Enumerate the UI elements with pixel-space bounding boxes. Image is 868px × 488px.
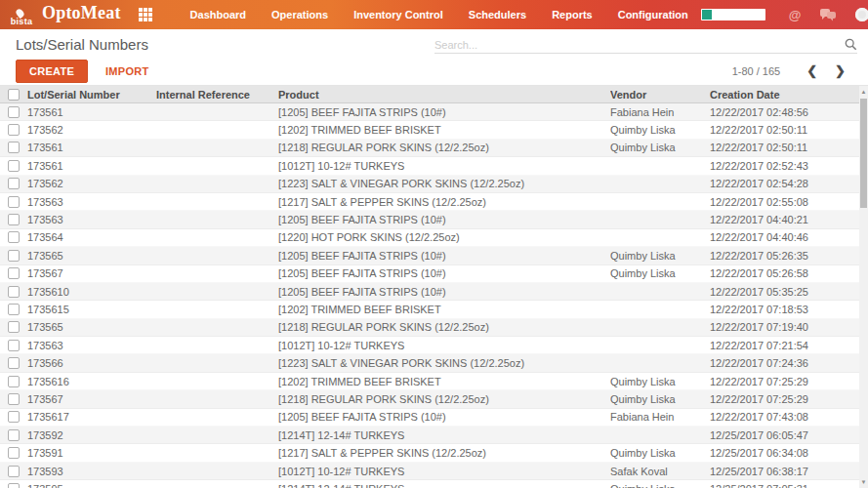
table-row[interactable]: 173563 [1217] SALT & PEPPER SKINS (12/2.… <box>0 193 868 211</box>
row-checkbox[interactable] <box>8 483 20 488</box>
table-row[interactable]: 1735616 [1202] TRIMMED BEEF BRISKET Quim… <box>0 373 868 390</box>
row-checkbox-cell <box>0 231 27 243</box>
row-checkbox-cell <box>0 106 27 118</box>
app-window: bista OptoMeat Dashboard Operations Inve… <box>0 0 868 488</box>
table-row[interactable]: 173564 [1220] HOT PORK SKINS (12/2.25oz)… <box>0 229 868 247</box>
table-row[interactable]: 173595 [1214T] 12-14# TURKEYS Quimby Lis… <box>0 480 868 488</box>
cell-product: [1202] TRIMMED BEEF BRISKET <box>278 304 610 315</box>
row-checkbox[interactable] <box>8 286 20 298</box>
pager-prev-icon[interactable]: ❮ <box>798 64 826 78</box>
cell-creation-date: 12/22/2017 07:25:29 <box>710 393 868 405</box>
cell-product: [1214T] 12-14# TURKEYS <box>278 483 610 488</box>
scrollbar-up-icon[interactable]: ▲ <box>859 86 868 98</box>
row-checkbox[interactable] <box>8 357 20 369</box>
table-row[interactable]: 173561 [1012T] 10-12# TURKEYS 12/22/2017… <box>0 157 868 175</box>
create-button[interactable]: CREATE <box>16 60 88 83</box>
row-checkbox[interactable] <box>8 178 20 189</box>
header-product[interactable]: Product <box>278 89 610 101</box>
table-row[interactable]: 1735610 [1205] BEEF FAJITA STRIPS (10#) … <box>0 283 868 301</box>
header-vendor[interactable]: Vendor <box>610 89 710 101</box>
brand[interactable]: bista OptoMeat <box>7 3 121 26</box>
search-box <box>434 36 857 54</box>
table-row[interactable]: 173592 [1214T] 12-14# TURKEYS 12/25/2017… <box>0 427 868 444</box>
row-checkbox[interactable] <box>8 142 20 153</box>
row-checkbox-cell <box>0 250 27 262</box>
row-checkbox-cell <box>0 376 27 387</box>
menu-item-inventory-control[interactable]: Inventory Control <box>341 0 456 29</box>
app-title: OptoMeat <box>42 3 121 23</box>
menu-item-configuration[interactable]: Configuration <box>605 0 701 29</box>
row-checkbox[interactable] <box>8 106 20 118</box>
header-internal-reference[interactable]: Internal Reference <box>156 89 278 101</box>
row-checkbox-cell <box>0 321 27 333</box>
cell-product: [1012T] 10-12# TURKEYS <box>278 340 610 351</box>
mentions-at-icon[interactable]: @ <box>789 8 802 22</box>
row-checkbox[interactable] <box>8 466 20 477</box>
cell-product: [1218] REGULAR PORK SKINS (12/2.25oz) <box>278 393 610 405</box>
table-row[interactable]: 173567 [1205] BEEF FAJITA STRIPS (10#) Q… <box>0 265 868 283</box>
apps-grid-icon[interactable] <box>139 8 152 21</box>
table-row[interactable]: 173591 [1217] SALT & PEPPER SKINS (12/2.… <box>0 444 868 462</box>
row-checkbox[interactable] <box>8 304 20 315</box>
row-checkbox[interactable] <box>8 411 20 423</box>
scrollbar-thumb[interactable] <box>860 99 867 208</box>
cell-lot-serial: 173562 <box>27 124 156 136</box>
row-checkbox[interactable] <box>8 393 20 405</box>
row-checkbox[interactable] <box>8 250 20 262</box>
table-row[interactable]: 173562 [1202] TRIMMED BEEF BRISKET Quimb… <box>0 121 868 139</box>
menu-item-schedulers[interactable]: Schedulers <box>456 0 539 29</box>
cell-vendor: Quimby Liska <box>610 376 710 387</box>
table-row[interactable]: 173563 [1012T] 10-12# TURKEYS 12/22/2017… <box>0 337 868 354</box>
search-icon[interactable] <box>845 38 857 51</box>
pager-next-icon[interactable]: ❯ <box>826 64 854 78</box>
table-row[interactable]: 173566 [1223] SALT & VINEGAR PORK SKINS … <box>0 354 868 372</box>
table-row[interactable]: 1735617 [1205] BEEF FAJITA STRIPS (10#) … <box>0 409 868 427</box>
table-row[interactable]: 1735615 [1202] TRIMMED BEEF BRISKET 12/2… <box>0 301 868 318</box>
row-checkbox[interactable] <box>8 340 20 351</box>
row-checkbox[interactable] <box>8 429 20 441</box>
table-row[interactable]: 173565 [1218] REGULAR PORK SKINS (12/2.2… <box>0 319 868 337</box>
table-row[interactable]: 173565 [1205] BEEF FAJITA STRIPS (10#) Q… <box>0 247 868 264</box>
row-checkbox[interactable] <box>8 447 20 459</box>
top-navbar: bista OptoMeat Dashboard Operations Inve… <box>0 0 868 29</box>
cell-product: [1205] BEEF FAJITA STRIPS (10#) <box>278 106 610 118</box>
menu-item-operations[interactable]: Operations <box>259 0 341 29</box>
table-row[interactable]: 173561 [1218] REGULAR PORK SKINS (12/2.2… <box>0 140 868 157</box>
row-checkbox[interactable] <box>8 124 20 136</box>
cell-lot-serial: 173565 <box>27 321 156 333</box>
row-checkbox[interactable] <box>8 376 20 387</box>
cell-creation-date: 12/25/2017 06:34:08 <box>710 447 868 459</box>
messages-chat-icon[interactable] <box>820 9 836 21</box>
cell-creation-date: 12/22/2017 07:43:08 <box>710 411 868 423</box>
scrollbar-down-icon[interactable]: ▼ <box>859 476 868 488</box>
row-checkbox[interactable] <box>8 214 20 225</box>
row-checkbox[interactable] <box>8 231 20 243</box>
table-row[interactable]: 173567 [1218] REGULAR PORK SKINS (12/2.2… <box>0 390 868 408</box>
timer-widget[interactable] <box>701 9 765 20</box>
header-lot-serial[interactable]: Lot/Serial Number <box>27 89 156 101</box>
table-row[interactable]: 173561 [1205] BEEF FAJITA STRIPS (10#) F… <box>0 103 868 121</box>
lots-table: Lot/Serial Number Internal Reference Pro… <box>0 86 868 488</box>
table-row[interactable]: 173563 [1205] BEEF FAJITA STRIPS (10#) 1… <box>0 211 868 228</box>
menu-item-dashboard[interactable]: Dashboard <box>178 0 259 29</box>
bista-logo: bista <box>7 8 36 26</box>
user-avatar[interactable] <box>855 8 868 21</box>
table-row[interactable]: 173593 [1012T] 10-12# TURKEYS Safak Kova… <box>0 463 868 480</box>
row-checkbox[interactable] <box>8 160 20 172</box>
menu-item-reports[interactable]: Reports <box>539 0 605 29</box>
search-input[interactable] <box>434 39 845 51</box>
select-all-checkbox[interactable] <box>8 89 20 101</box>
row-checkbox[interactable] <box>8 321 20 333</box>
cell-product: [1214T] 12-14# TURKEYS <box>278 429 610 441</box>
cell-vendor: Quimby Liska <box>610 267 710 279</box>
cell-product: [1218] REGULAR PORK SKINS (12/2.25oz) <box>278 142 610 153</box>
row-checkbox-cell <box>0 160 27 172</box>
table-row[interactable]: 173562 [1223] SALT & VINEGAR PORK SKINS … <box>0 176 868 193</box>
import-button[interactable]: IMPORT <box>105 65 149 77</box>
cell-vendor: Quimby Liska <box>610 483 710 488</box>
cell-creation-date: 12/22/2017 07:18:53 <box>710 304 868 315</box>
row-checkbox[interactable] <box>8 267 20 279</box>
row-checkbox[interactable] <box>8 196 20 208</box>
header-creation-date[interactable]: Creation Date <box>710 89 868 101</box>
vertical-scrollbar[interactable]: ▲ ▼ <box>859 86 868 488</box>
